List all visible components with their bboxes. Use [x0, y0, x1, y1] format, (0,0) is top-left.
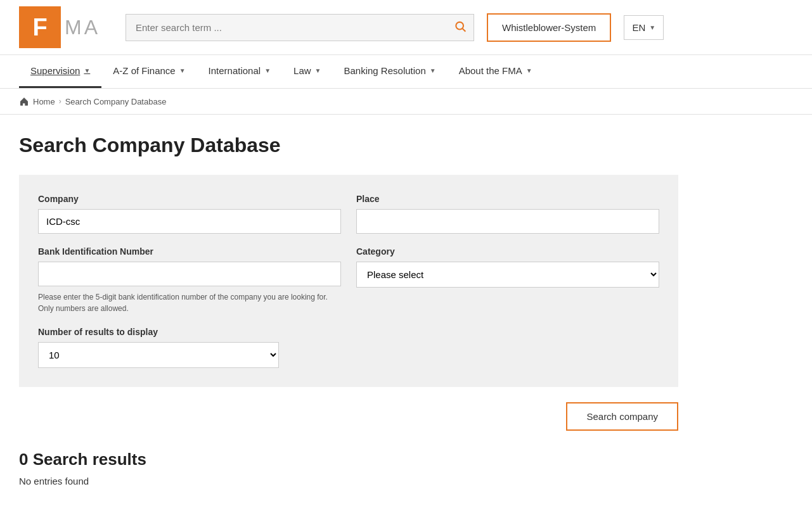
global-search-button[interactable] [454, 20, 467, 35]
page-title: Search Company Database [19, 134, 678, 157]
nav-item-az-finance: A-Z of Finance ▼ [101, 55, 197, 88]
nav-link-international[interactable]: International ▼ [197, 55, 282, 86]
main-content: Search Company Database Company Place Ba… [0, 115, 697, 524]
form-row-2: Bank Identification Number Please enter … [38, 246, 659, 314]
results-count-label: Number of results to display [38, 327, 659, 337]
search-form-card: Company Place Bank Identification Number… [19, 175, 678, 387]
nav-item-banking-resolution: Banking Resolution ▼ [332, 55, 447, 88]
results-count-group: Number of results to display 10 25 50 10… [38, 327, 659, 368]
law-chevron-icon: ▼ [315, 67, 321, 74]
category-select[interactable]: Please select [356, 262, 659, 288]
category-label: Category [356, 246, 659, 257]
home-icon [19, 96, 29, 106]
banking-chevron-icon: ▼ [430, 67, 436, 74]
language-selector[interactable]: EN ▼ [624, 15, 664, 40]
place-label: Place [356, 194, 659, 204]
main-nav: Supervision ▼ A-Z of Finance ▼ Internati… [0, 55, 812, 89]
about-chevron-icon: ▼ [526, 67, 532, 74]
results-count-select[interactable]: 10 25 50 100 [38, 342, 279, 368]
nav-link-banking-resolution[interactable]: Banking Resolution ▼ [332, 55, 447, 86]
bank-id-label: Bank Identification Number [38, 246, 341, 257]
search-icon [454, 20, 467, 33]
logo-ma-text: MA [65, 16, 100, 39]
lang-chevron-icon: ▼ [649, 24, 655, 31]
lang-label: EN [632, 22, 645, 33]
logo-f-letter: F [32, 15, 47, 39]
breadcrumb-current: Search Company Database [65, 97, 167, 106]
company-label: Company [38, 194, 341, 204]
category-group: Category Please select [356, 246, 659, 314]
supervision-chevron-icon: ▼ [84, 67, 90, 74]
breadcrumb-home-link[interactable]: Home [33, 97, 55, 106]
search-company-button[interactable]: Search company [566, 402, 678, 431]
bank-id-input[interactable] [38, 262, 341, 286]
form-row-1: Company Place [38, 194, 659, 234]
az-finance-chevron-icon: ▼ [179, 67, 186, 74]
nav-item-about-fma: About the FMA ▼ [448, 55, 544, 88]
nav-link-law[interactable]: Law ▼ [282, 55, 332, 86]
results-title: 0 Search results [19, 450, 678, 469]
nav-link-about-fma[interactable]: About the FMA ▼ [448, 55, 544, 86]
international-chevron-icon: ▼ [264, 67, 271, 74]
global-search-container [126, 14, 474, 41]
svg-point-0 [456, 22, 463, 30]
place-group: Place [356, 194, 659, 234]
company-input[interactable] [38, 209, 341, 234]
place-input[interactable] [356, 209, 659, 234]
company-group: Company [38, 194, 341, 234]
nav-link-az-finance[interactable]: A-Z of Finance ▼ [101, 55, 197, 86]
nav-item-supervision: Supervision ▼ [19, 55, 101, 88]
breadcrumb-separator: › [59, 97, 61, 106]
bank-id-group: Bank Identification Number Please enter … [38, 246, 341, 314]
logo[interactable]: F MA [19, 6, 100, 48]
nav-item-international: International ▼ [197, 55, 282, 88]
logo-square: F [19, 6, 61, 48]
bank-id-hint: Please enter the 5-digit bank identifica… [38, 291, 341, 314]
whistleblower-button[interactable]: Whistleblower-System [487, 13, 611, 42]
global-search-input[interactable] [126, 14, 474, 41]
svg-line-1 [463, 29, 466, 32]
breadcrumb: Home › Search Company Database [0, 89, 812, 115]
no-entries-text: No entries found [19, 476, 678, 486]
nav-item-law: Law ▼ [282, 55, 332, 88]
nav-link-supervision[interactable]: Supervision ▼ [19, 55, 101, 88]
